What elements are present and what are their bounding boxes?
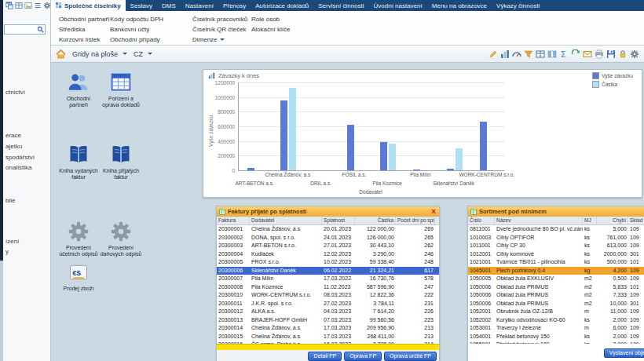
table-row[interactable]: 20300015Chelina Žďánov, a.s17.03.2023268… bbox=[217, 333, 439, 341]
table-row[interactable]: 20300003ART-BETON s.r.o.27.01.202330 443… bbox=[217, 242, 439, 250]
close-icon[interactable]: × bbox=[430, 208, 437, 216]
sidebar-item-erace[interactable]: erace bbox=[5, 132, 21, 139]
desktop-icon-kniha-vydanych-faktur[interactable]: Kniha vydaných faktur bbox=[57, 143, 100, 180]
mail-icon[interactable] bbox=[583, 49, 592, 59]
menu-item-uvodni-nastaveni[interactable]: Úvodní nastavení bbox=[369, 0, 427, 11]
sum-strip[interactable] bbox=[217, 344, 439, 350]
table-row[interactable]: 1050006Obklad žula PRIMUSm210,000301 bbox=[468, 300, 644, 308]
menu-item-menu-na-obrazovce[interactable]: Menu na obrazovce bbox=[427, 0, 492, 11]
grids-dropdown[interactable]: Gridy na ploše bbox=[72, 50, 127, 58]
table-row[interactable]: 1045001Plech pozinkový 0.4kg4,200109 bbox=[468, 267, 644, 275]
column-header-nazev[interactable]: Název bbox=[495, 217, 583, 224]
sidebar-item-spodarstvi[interactable]: spodářství bbox=[5, 154, 35, 161]
home-icon[interactable] bbox=[56, 49, 66, 59]
refresh-icon[interactable] bbox=[571, 49, 580, 59]
detail-fp-button[interactable]: Detail FP bbox=[308, 352, 342, 361]
menu-item-dms[interactable]: DMS bbox=[157, 0, 181, 11]
menu-item-nastaveni[interactable]: Nastavení bbox=[181, 0, 218, 11]
table-row[interactable]: 20300010WORK-CENTRUM s.r.o.08.03.202312 … bbox=[217, 291, 439, 300]
table-row[interactable]: 1021001Tvárnice TB/011 - pilinocihlaks50… bbox=[468, 258, 644, 267]
sidebar-item-onalistika[interactable]: onalistika bbox=[5, 164, 31, 171]
menu-item-prenosy[interactable]: Přenosy bbox=[218, 0, 251, 11]
submenu-item-kurzovni-listek[interactable]: Kurzovní lístek bbox=[59, 35, 109, 45]
sidebar-item-bile[interactable]: bile bbox=[5, 197, 15, 204]
table-row[interactable]: 20300011J.K.R. spol. s r.o.27.02.20233 7… bbox=[217, 300, 439, 308]
table-row[interactable]: 1055001Překlad betonový 180ks2,000109 bbox=[468, 341, 644, 344]
submenu-item-strediska[interactable]: Střediska bbox=[59, 24, 109, 35]
desktop-icon-kniha-prijatych-faktur[interactable]: Kniha přijatých faktur bbox=[100, 143, 142, 180]
table-row[interactable]: 20300014Chelina Žďánov, a.s17.03.2023209… bbox=[217, 324, 439, 333]
table-row[interactable]: 20300001Chelina Žďánov, a.s20.01.2023122… bbox=[217, 225, 439, 234]
desktop-icon-porizeni-a-oprava-dokladu[interactable]: Pořízení a oprava dokladů bbox=[100, 71, 142, 108]
table-row[interactable]: 1011001Cihly CP 30ks613,000109 bbox=[468, 242, 644, 250]
desktop-icon-obchodni-partneri[interactable]: Obchodní partneři bbox=[57, 71, 100, 108]
table-row[interactable]: 1052002Korýtko odvodňovací KO-60ks2,0001… bbox=[468, 316, 644, 325]
print-icon[interactable] bbox=[595, 49, 604, 59]
table-row[interactable]: 1010003Cihly OPTIFORks761,000109 bbox=[468, 234, 644, 242]
sidebar-item-ctnictvi[interactable]: ctnictví bbox=[5, 89, 25, 96]
column-header-cislo[interactable]: Číslo bbox=[468, 217, 495, 224]
oprava-fp-button[interactable]: Oprava FP bbox=[344, 352, 382, 361]
submenu-item-ciselnik-pracovniku[interactable]: Číselník pracovníků bbox=[192, 14, 247, 24]
table-row[interactable]: 20300013BRAJER-HOFF GmbH07.03.202399 560… bbox=[217, 316, 439, 325]
vystaveni-objednavek-button[interactable]: Vystavení objednávek bbox=[604, 348, 644, 358]
column-header-splatnost[interactable]: Splatnost bbox=[322, 217, 355, 224]
table-row[interactable]: 20300002DONA, spol. s r.o.24.01.2023126 … bbox=[217, 234, 439, 242]
save-icon[interactable] bbox=[606, 49, 616, 59]
sum-icon[interactable]: Σ bbox=[559, 49, 569, 59]
sidebar-item-y[interactable]: y bbox=[5, 248, 9, 255]
column-header-sklad[interactable]: Sklad bbox=[628, 217, 644, 224]
menu-item-sestavy[interactable]: Sestavy bbox=[126, 0, 157, 11]
submenu-item-role-osob[interactable]: Role osob bbox=[251, 14, 290, 24]
submenu-item-ciselnik-qr-ctecek[interactable]: Číselník QR čteček bbox=[192, 24, 247, 35]
menu-item-servisni-cinnosti[interactable]: Servisní činnosti bbox=[313, 0, 368, 11]
sidebar-item-izeni[interactable]: ízení bbox=[5, 238, 19, 245]
column-header-dodavatel[interactable]: Dodavatel bbox=[250, 217, 322, 224]
table-row[interactable]: 20300007Pila Milín17.03.202216 730,76578 bbox=[217, 275, 439, 283]
column-header-chybi[interactable]: Chybí bbox=[597, 217, 628, 224]
column-header-faktura[interactable]: Faktura bbox=[217, 217, 250, 224]
table-row[interactable]: 1052001Obrubník žula OZ-12/Bm11,000109 bbox=[468, 308, 644, 316]
table-row[interactable]: 1053001Traverzy I železném6,000109 bbox=[468, 324, 644, 333]
language-dropdown[interactable]: CZ bbox=[134, 50, 152, 58]
table-row[interactable]: 20300004Kudláček12.02.20233 290,00246 bbox=[217, 250, 439, 259]
table-row[interactable]: 0811001Dveře jednoduché 80 BO pl. vč.zár… bbox=[468, 225, 644, 234]
table-icon[interactable] bbox=[536, 49, 545, 59]
submenu-item-kody-odpoctu-dph[interactable]: Kódy odpočtu DPH bbox=[110, 14, 163, 24]
stock-title-bar[interactable]: Sortiment pod minimem bbox=[468, 206, 644, 217]
column-header-castka[interactable]: Částka bbox=[355, 217, 396, 224]
desktop-icon-prodej-zbozi[interactable]: €$Prodej zboží bbox=[57, 261, 100, 292]
submenu-item-dimenze[interactable]: Dimenze bbox=[192, 35, 247, 45]
sidebar-item-ajetku[interactable]: ajetku bbox=[5, 143, 22, 150]
table-row[interactable]: 1050006Obklad žula PRIMUSm27,333109 bbox=[468, 291, 644, 300]
table-row[interactable]: 20300012ALKA a.s.04.03.20237 614,20226 bbox=[217, 308, 439, 316]
table-row[interactable]: 1012001Cihly komínovéks2000,000301 bbox=[468, 250, 644, 259]
submenu-item-bankovni-ucty[interactable]: Bankovní účty bbox=[110, 24, 163, 35]
filter-icon[interactable] bbox=[524, 49, 533, 59]
submenu-item-alokacni-klice[interactable]: Alokační klíče bbox=[251, 24, 290, 35]
menu-item-spolecne-ciselniky[interactable]: Společné číselníky bbox=[51, 0, 126, 11]
oprava-urcite-fp-button[interactable]: Oprava určité FP bbox=[384, 352, 437, 361]
submenu-item-obchodni-pripady[interactable]: Obchodní případy bbox=[110, 35, 163, 45]
submenu-item-obchodni-partneri[interactable]: Obchodní partneři bbox=[59, 14, 109, 24]
settings-icon[interactable] bbox=[630, 49, 639, 59]
desktop-icon-provedeni-ucetnich-odpisu[interactable]: Provedení účetních odpisů bbox=[57, 220, 100, 257]
table-row[interactable]: 20300006Sklenářství Daněk06.02.202221 32… bbox=[217, 267, 439, 275]
table-row[interactable]: 20300005FROX s.r.o.10.02.202359 338,4024… bbox=[217, 258, 439, 267]
table-row[interactable]: 20300008Pila Kozmice11.02.2023587 596,90… bbox=[217, 283, 439, 292]
chart-icon[interactable] bbox=[500, 49, 510, 59]
lock-icon[interactable] bbox=[618, 49, 628, 59]
gauge-icon[interactable] bbox=[512, 49, 521, 59]
desktop-icon-provedeni-danovych-odpisu[interactable]: Provedení daňových odpisů bbox=[100, 220, 142, 257]
invoices-title-bar[interactable]: Faktury přijaté po splatnosti × bbox=[217, 206, 439, 217]
column-header-pocet-dni-po-spl[interactable]: Počet dní po spl. bbox=[396, 217, 435, 224]
columns-icon[interactable] bbox=[547, 49, 557, 59]
table-row[interactable]: 1050005Obklad žula EXKLUSIVm20,500109 bbox=[468, 275, 644, 283]
edit-icon[interactable] bbox=[488, 49, 498, 59]
table-row[interactable]: 20300016ČS comp. Praha k.s.16.03.20233 7… bbox=[217, 341, 439, 344]
menu-item-vykazy-cinnosti[interactable]: Výkazy činnosti bbox=[492, 0, 544, 11]
column-header-mj[interactable]: MJ bbox=[583, 217, 597, 224]
table-row[interactable]: 1054001Překlad betonový 150ks2,000109 bbox=[468, 333, 644, 341]
table-row[interactable]: 1050006Obklad žula PRIMUSm25,833101 bbox=[468, 283, 644, 292]
menu-item-autorizace-dokladu[interactable]: Autorizace dokladů bbox=[251, 0, 313, 11]
